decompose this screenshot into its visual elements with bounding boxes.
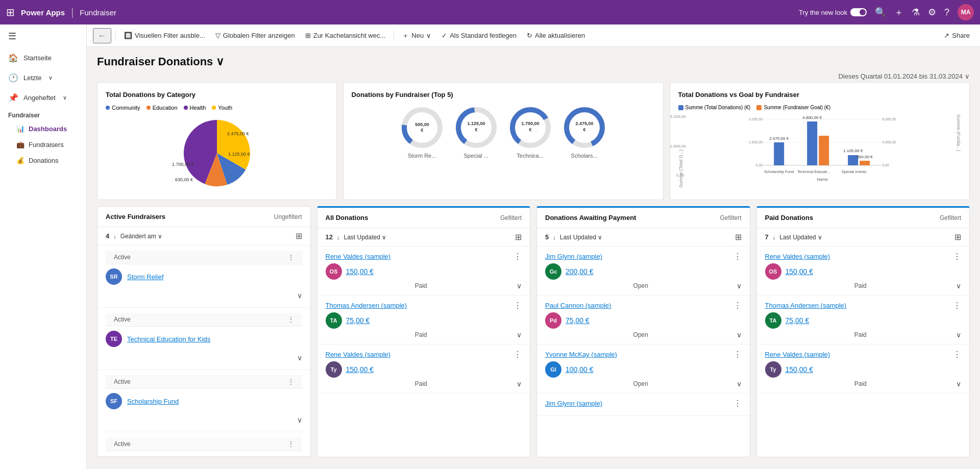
expand-icon-3[interactable]: ∨ (297, 416, 302, 424)
back-button[interactable]: ← (93, 28, 111, 43)
fundraiser-name-1[interactable]: Storm Relief (127, 273, 302, 281)
awaiting-footer-2: Open ∨ (545, 331, 742, 339)
avatar-pd: Pd (545, 312, 561, 329)
paid-badge: Gefiltert (940, 214, 961, 221)
donation-amount-2[interactable]: 75,00 € (346, 316, 370, 325)
global-filter-button[interactable]: ▽ Globalen Filter anzeigen (211, 30, 299, 41)
donation-amount-3[interactable]: 150,00 € (346, 365, 374, 374)
fundraiser-name-3[interactable]: Scholarship Fund (127, 398, 302, 405)
expand-icon-1[interactable]: ∨ (297, 291, 302, 300)
avatar-ta-2: TA (765, 312, 781, 329)
awaiting-more-4[interactable]: ⋮ (733, 399, 742, 408)
awaiting-name-1[interactable]: Jim Glynn (sample) (545, 253, 729, 260)
visual-filter-button[interactable]: 🔲 Visuellen Filter ausble... (120, 30, 209, 41)
sidebar-item-letzte[interactable]: 🕐 Letzte ∨ (0, 68, 86, 88)
donation-expand-3[interactable]: ∨ (517, 380, 522, 388)
more-icon-2[interactable]: ⋮ (288, 316, 294, 323)
awaiting-footer-3: Open ∨ (545, 380, 742, 388)
donation-expand-1[interactable]: ∨ (517, 282, 522, 290)
grid-view-icon[interactable]: ⊞ (296, 231, 302, 241)
paid-toolbar: 7 ↓ Last Updated ∨ ⊞ (757, 228, 970, 246)
add-icon[interactable]: ＋ (894, 6, 903, 18)
paid-name-3[interactable]: Rene Valdes (sample) (765, 351, 949, 358)
donation-name-3[interactable]: Rene Valdes (sample) (326, 351, 510, 358)
awaiting-more-3[interactable]: ⋮ (733, 350, 742, 359)
refresh-button[interactable]: ↻ Alle aktualisieren (523, 30, 589, 41)
paid-amount-3[interactable]: 150,00 € (786, 365, 814, 374)
sidebar-item-fundraisers[interactable]: 💼 Fundraisers (0, 137, 86, 153)
awaiting-sort-button[interactable]: Last Updated ∨ (560, 234, 602, 241)
set-default-button[interactable]: ✓ Als Standard festlegen (437, 30, 521, 41)
bar-scholarship-total-label: 2.475,00 € (769, 136, 789, 141)
page-title[interactable]: Fundraiser Donations ∨ (97, 55, 224, 68)
all-grid-icon[interactable]: ⊞ (515, 232, 522, 242)
paid-more-1[interactable]: ⋮ (953, 252, 961, 261)
donation-amount-1[interactable]: 150,00 € (346, 267, 374, 276)
tile-view-button[interactable]: ⊞ Zur Kachelansicht wec... (301, 30, 390, 41)
awaiting-amount-3[interactable]: 100,00 € (566, 365, 594, 374)
fundraiser-item-2: Active ⋮ TE Technical Education for Kids… (97, 308, 310, 370)
donation-name-2[interactable]: Thomas Andersen (sample) (326, 302, 510, 309)
new-button[interactable]: ＋ Neu ∨ (398, 29, 435, 42)
awaiting-more-1[interactable]: ⋮ (733, 252, 742, 261)
paid-sort-label: Last Updated (779, 234, 816, 241)
y-right-8000: 8.000,00 (882, 117, 896, 121)
fundraisers-icon: 💼 (16, 141, 24, 149)
donation-more-2[interactable]: ⋮ (513, 301, 522, 310)
search-icon[interactable]: 🔍 (875, 7, 886, 18)
active-fundraisers-col: Active Fundraisers Ungefiltert 4 ↓ Geänd… (97, 206, 311, 457)
avatar-os-1: OS (326, 263, 342, 280)
awaiting-name-2[interactable]: Paul Cannon (sample) (545, 302, 729, 309)
try-new-toggle[interactable] (850, 8, 867, 16)
avatar-ta-1: TA (326, 312, 342, 329)
awaiting-more-2[interactable]: ⋮ (733, 301, 742, 310)
donation-expand-2[interactable]: ∨ (517, 331, 522, 339)
awaiting-grid-icon[interactable]: ⊞ (735, 232, 742, 242)
paid-more-2[interactable]: ⋮ (953, 301, 961, 310)
global-filter-label: Globalen Filter anzeigen (223, 32, 295, 39)
sidebar-item-angeheftet[interactable]: 📌 Angeheftet ∨ (0, 88, 86, 108)
more-icon-3[interactable]: ⋮ (288, 378, 294, 385)
sidebar-menu-button[interactable]: ☰ (0, 24, 86, 48)
paid-amount-2[interactable]: 75,00 € (786, 316, 810, 325)
sidebar-item-donations[interactable]: 💰 Donations (0, 153, 86, 168)
paid-name-1[interactable]: Rene Valdes (sample) (765, 253, 949, 260)
sidebar-item-dashboards[interactable]: 📊 Dashboards (0, 121, 86, 137)
awaiting-amount-2[interactable]: 75,00 € (566, 316, 590, 325)
all-sort-button[interactable]: Last Updated ∨ (344, 234, 386, 241)
paid-amount-1[interactable]: 150,00 € (786, 267, 814, 276)
filter-icon[interactable]: ⚗ (912, 7, 920, 18)
donation-more-1[interactable]: ⋮ (513, 252, 522, 261)
donation-name-1[interactable]: Rene Valdes (sample) (326, 253, 510, 260)
fundraiser-name-2[interactable]: Technical Education for Kids (127, 335, 302, 343)
paid-grid-icon[interactable]: ⊞ (954, 232, 961, 242)
more-icon-1[interactable]: ⋮ (288, 254, 294, 261)
awaiting-expand-1[interactable]: ∨ (737, 282, 742, 290)
help-icon[interactable]: ? (944, 7, 949, 18)
awaiting-title: Donations Awaiting Payment (545, 214, 636, 221)
sort-button[interactable]: Geändert am ∨ (120, 233, 162, 240)
total-donations-legend-label: Summe (Total Donations) (€) (685, 105, 751, 110)
awaiting-amount-1[interactable]: 200,00 € (566, 267, 594, 276)
awaiting-expand-2[interactable]: ∨ (737, 331, 742, 339)
sidebar-item-startseite[interactable]: 🏠 Startseite (0, 48, 86, 68)
paid-expand-1[interactable]: ∨ (956, 282, 961, 290)
donation-item-1: Rene Valdes (sample) ⋮ OS 150,00 € Paid … (317, 246, 530, 295)
all-donations-header: All Donations Gefiltert (317, 208, 530, 228)
paid-expand-3[interactable]: ∨ (956, 380, 961, 388)
settings-icon[interactable]: ⚙ (928, 7, 936, 18)
expand-icon-2[interactable]: ∨ (297, 354, 302, 362)
paid-name-2[interactable]: Thomas Andersen (sample) (765, 302, 949, 309)
paid-sort-button[interactable]: Last Updated ∨ (779, 234, 822, 241)
paid-expand-2[interactable]: ∨ (956, 331, 961, 339)
awaiting-name-3[interactable]: Yvonne McKay (sample) (545, 351, 729, 358)
awaiting-name-4[interactable]: Jim Glynn (sample) (545, 400, 729, 407)
donation-more-3[interactable]: ⋮ (513, 350, 522, 359)
bar-special-goal-label: 500,00 € (856, 155, 873, 159)
share-button[interactable]: ↗ Share (940, 30, 974, 41)
more-icon-4[interactable]: ⋮ (288, 440, 294, 448)
awaiting-expand-3[interactable]: ∨ (737, 380, 742, 388)
apps-grid-icon[interactable]: ⊞ (6, 6, 15, 18)
paid-more-3[interactable]: ⋮ (953, 350, 961, 359)
user-avatar[interactable]: MA (958, 4, 974, 20)
